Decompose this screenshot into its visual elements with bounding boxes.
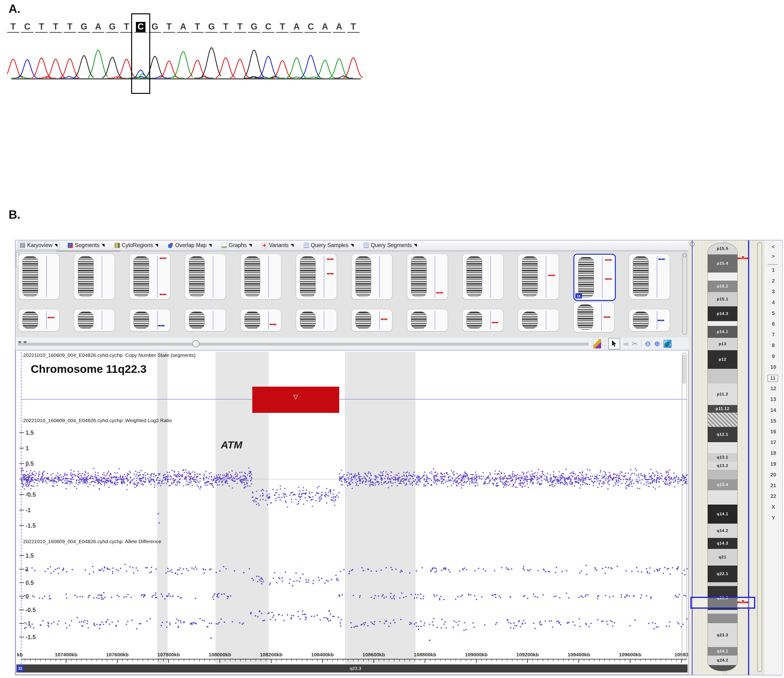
chromosome-thumb[interactable] <box>185 254 226 299</box>
zoom-out-icon[interactable]: ⊖ <box>645 340 651 347</box>
tab-graphs[interactable]: Graphs◥ <box>219 241 254 249</box>
selector-item-1[interactable]: 1 <box>764 267 782 273</box>
zoom-in-icon[interactable]: ⊕ <box>654 340 660 347</box>
cut-tool-icon[interactable]: ✂ <box>632 340 638 347</box>
plot-vertical-scrollbar[interactable] <box>682 353 686 661</box>
chromosome-thumb[interactable] <box>18 309 59 331</box>
chromosome-thumb[interactable] <box>573 302 614 332</box>
selector-item-10[interactable]: 10 <box>764 364 782 370</box>
selector-item-9[interactable]: 9 <box>764 353 782 359</box>
selector-item-15[interactable]: 15 <box>764 418 782 424</box>
chromosome-thumb[interactable] <box>407 309 448 331</box>
chromosome-thumb[interactable] <box>352 309 392 331</box>
scrollbar-knob[interactable] <box>683 355 685 384</box>
chromosome-ideogram-thumb <box>300 257 316 297</box>
chromosome-thumb[interactable] <box>629 309 670 331</box>
chromosome-thumb[interactable]: 11 <box>573 254 616 301</box>
red-marker-icon <box>436 292 443 294</box>
selector-divider <box>768 264 778 265</box>
chromosome-ideogram-thumb <box>467 257 482 297</box>
selector-item-8[interactable]: 8 <box>764 342 782 348</box>
chas-window: Karyoview◥Segments◥CytoRegions◥Overlap M… <box>15 240 782 675</box>
chromosome-thumb[interactable] <box>129 254 170 299</box>
chromosome-thumb[interactable] <box>518 309 559 331</box>
ideogram-scrollbar[interactable] <box>757 242 762 672</box>
base-call: A <box>95 22 101 31</box>
karyoview-icon <box>20 243 25 248</box>
position-guide-line <box>546 256 546 297</box>
cursor-arrow-icon <box>611 340 617 347</box>
chromosome-thumb[interactable] <box>74 309 115 331</box>
selector-item-21[interactable]: 21 <box>764 482 782 488</box>
base-call: T <box>39 22 44 31</box>
selector-item-6[interactable]: 6 <box>764 321 782 327</box>
position-guide-line <box>102 311 102 329</box>
chromosome-thumb[interactable] <box>352 254 392 299</box>
zoom-slider-knob[interactable] <box>192 340 199 347</box>
cursor-tool-button[interactable] <box>608 338 620 350</box>
svg-text:1: 1 <box>25 445 29 451</box>
selector-item-3[interactable]: 3 <box>764 289 782 295</box>
selector-item-20[interactable]: 20 <box>764 472 782 478</box>
report-icon[interactable] <box>593 339 601 348</box>
selector-item-11[interactable]: 11 <box>768 375 778 382</box>
selector-item-4[interactable]: 4 <box>764 299 782 306</box>
karyoview-horizontal-scrollbar[interactable] <box>16 250 689 252</box>
link-tool-icon[interactable]: ∞ <box>624 340 628 347</box>
karyoview-right-scrollbar[interactable] <box>682 253 687 335</box>
tab-query-samples[interactable]: Query Samples◥ <box>302 241 356 249</box>
selector-down-arrow[interactable]: > <box>764 253 782 260</box>
chromosome-thumb[interactable] <box>240 254 282 299</box>
chromosome-thumb[interactable] <box>407 254 448 299</box>
zoom-slider-track[interactable] <box>18 343 589 345</box>
chromosome-thumb[interactable] <box>74 254 115 299</box>
fit-to-window-icon[interactable]: ▦ <box>663 340 672 348</box>
chromosome-thumb[interactable] <box>240 309 282 331</box>
selector-item-14[interactable]: 14 <box>764 407 782 413</box>
chromosome-thumb[interactable] <box>296 309 337 331</box>
chromosome-thumb[interactable] <box>18 254 59 299</box>
selector-item-22[interactable]: 22 <box>764 493 782 499</box>
tab-query-segments[interactable]: Query Segments◥ <box>362 241 419 249</box>
chromosome-thumb[interactable] <box>129 309 170 331</box>
chromosome-thumb[interactable] <box>462 309 503 331</box>
chromosome-thumb[interactable] <box>462 254 503 299</box>
selector-item-16[interactable]: 16 <box>764 429 782 435</box>
tab-karyoview[interactable]: Karyoview◥ <box>18 241 59 249</box>
tab-segments[interactable]: Segments◥ <box>66 241 106 249</box>
selector-item-18[interactable]: 18 <box>764 450 782 456</box>
scrollbar-knob[interactable] <box>683 254 686 258</box>
selector-item-2[interactable]: 2 <box>764 278 782 284</box>
dropdown-icon: ◥ <box>350 243 353 247</box>
chromosome-badge: 11 <box>17 666 23 672</box>
tab-cytoregions[interactable]: CytoRegions◥ <box>113 241 160 249</box>
ideogram-band-q22-1: q22.1 <box>708 566 737 582</box>
selector-item-7[interactable]: 7 <box>764 331 782 338</box>
selector-item-17[interactable]: 17 <box>764 439 782 445</box>
ideogram-band <box>708 490 737 505</box>
chromosome-ideogram-panel: p15.5p15.4p15.2p15.1p14.3p14.1p13p12p11.… <box>689 240 764 675</box>
selector-item-y[interactable]: Y <box>764 515 782 521</box>
selector-up-arrow[interactable]: < <box>764 244 782 250</box>
selector-item-12[interactable]: 12 <box>764 386 782 392</box>
tab-variants[interactable]: Variants◥ <box>260 241 296 249</box>
base-call: T <box>67 22 72 31</box>
scrollbar-thumb[interactable] <box>56 250 120 252</box>
cn-loss-segment[interactable]: ▽ <box>252 387 339 413</box>
dropdown-icon: ◥ <box>54 243 58 247</box>
chromosome-thumb[interactable] <box>296 254 337 299</box>
red-marker-icon <box>160 294 166 295</box>
cytoregions-icon <box>115 243 120 248</box>
selector-item-x[interactable]: X <box>764 504 782 510</box>
tab-overlap-map[interactable]: Overlap Map◥ <box>166 241 214 249</box>
chromosome-thumb[interactable] <box>629 254 670 299</box>
base-call: A <box>322 22 328 31</box>
ideogram-band-q12-1: q12.1 <box>708 427 737 442</box>
selector-item-5[interactable]: 5 <box>764 310 782 316</box>
selector-item-13[interactable]: 13 <box>764 396 782 402</box>
chromosome-thumb[interactable] <box>518 254 559 299</box>
selector-item-19[interactable]: 19 <box>764 461 782 467</box>
chromosome-thumb[interactable] <box>185 309 226 331</box>
ideogram-band-q24-2: q24.2 <box>708 656 737 665</box>
ideogram-band-p14-1: p14.1 <box>708 326 737 338</box>
